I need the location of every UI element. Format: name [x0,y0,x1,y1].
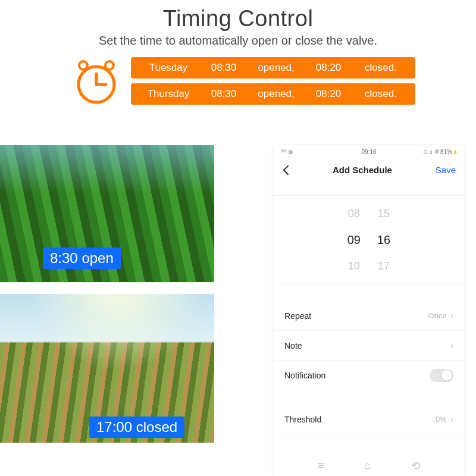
status-carrier: ⁵ᴳ ⊚ [281,149,293,155]
field-photo-open: 8:30 open [0,145,214,282]
signal-icon: ıll [434,149,439,155]
schedule-open-time: 08:30 [206,62,242,74]
schedule-bar: Thursday 08:30 opened, 08:20 closed. [131,83,415,105]
page-subtitle: Set the time to automatically open or cl… [0,34,476,48]
status-bar: ⁵ᴳ ⊚ 09:16 ⌯ ⩍ ıll 81% ◗ [274,145,464,158]
schedule-open-word: opened, [252,62,300,74]
schedule-bar: Tuesday 08:30 opened, 08:20 closed. [131,57,415,79]
minute-option-selected[interactable]: 16 [377,233,390,247]
caption-open: 8:30 open [43,248,121,269]
page-title: Timing Control [0,6,476,32]
setting-note[interactable]: Note › [274,331,464,361]
setting-repeat[interactable]: Repeat Once › [274,301,464,331]
chevron-right-icon: › [450,311,453,321]
chevron-right-icon: › [450,414,453,425]
hour-option[interactable]: 08 [348,208,360,220]
wifi-icon: ⩍ [430,149,433,155]
chevron-right-icon: › [450,340,453,351]
schedule-close-time: 08:20 [311,62,346,74]
battery-icon: ◗ [454,149,457,155]
schedule-day: Tuesday [142,62,195,74]
status-battery: 81% [440,149,452,155]
schedule-day: Thursday [142,88,195,100]
setting-value: 0% [436,415,447,424]
phone-screen: ⁵ᴳ ⊚ 09:16 ⌯ ⩍ ıll 81% ◗ Add Schedule Sa… [274,145,464,476]
android-menu-icon[interactable]: ≡ [318,459,324,472]
bluetooth-icon: ⌯ [422,149,428,155]
hour-option[interactable]: 10 [348,260,360,273]
hour-option-selected[interactable]: 09 [347,233,361,247]
schedule-close-time: 08:20 [311,88,346,100]
schedule-bars: Tuesday 08:30 opened, 08:20 closed. Thur… [131,57,415,105]
schedule-close-word: closed. [357,88,405,100]
field-photo-close: 17:00 closed [0,294,214,443]
schedule-close-word: closed. [357,62,405,74]
svg-point-1 [79,61,87,70]
setting-label: Repeat [284,311,311,321]
minute-option[interactable]: 17 [378,260,390,273]
caption-close: 17:00 closed [89,416,184,438]
save-button[interactable]: Save [436,165,456,175]
setting-threshold[interactable]: Threshold 0% › [274,405,464,434]
nav-title: Add Schedule [333,165,392,175]
setting-notification[interactable]: Notification [274,361,464,390]
notification-toggle[interactable] [430,369,453,382]
setting-label: Note [284,341,302,350]
minute-option[interactable]: 15 [378,208,390,220]
status-time: 09:16 [361,149,376,155]
minute-column[interactable]: 15 16 17 [377,196,390,284]
hour-column[interactable]: 08 09 10 [347,196,361,284]
schedule-open-time: 08:30 [206,88,242,100]
back-button[interactable] [282,165,289,176]
svg-point-2 [105,61,114,70]
setting-value: Once [428,311,447,320]
setting-label: Threshold [284,415,321,424]
clock-icon [71,56,121,106]
android-back-icon[interactable]: ⟲ [411,459,420,472]
time-picker[interactable]: 08 09 10 15 16 17 [274,196,464,284]
schedule-open-word: opened, [252,88,300,100]
setting-label: Notification [284,371,325,380]
android-home-icon[interactable]: ⌂ [364,459,371,472]
android-nav-bar: ≡ ⌂ ⟲ [274,459,464,472]
